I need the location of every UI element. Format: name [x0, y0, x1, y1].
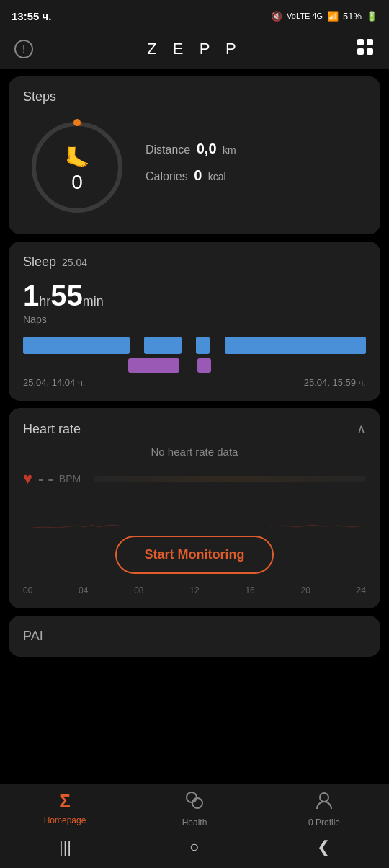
sleep-date: 25.04	[62, 257, 87, 268]
svg-rect-2	[357, 48, 364, 55]
distance-row: Distance 0,0 km	[146, 141, 366, 157]
svg-point-8	[320, 793, 328, 802]
battery-label: 51%	[343, 11, 362, 22]
sleep-min-unit: min	[83, 294, 104, 309]
time-label-24: 24	[357, 585, 366, 595]
profile-icon	[314, 790, 334, 815]
collapse-icon[interactable]: ∧	[357, 421, 366, 437]
sleep-hours: 1	[23, 280, 39, 311]
status-bar: 13:55 ч. 🔇 VoLTE 4G 📶 51% 🔋	[0, 0, 389, 29]
back-button[interactable]: ❮	[317, 838, 330, 856]
distance-value: 0,0	[197, 141, 217, 156]
system-nav: ||| ○ ❮	[0, 831, 389, 868]
steps-center: 🦶 0	[65, 146, 90, 194]
steps-title: Steps	[23, 89, 366, 105]
pai-title: PAI	[23, 629, 43, 643]
homepage-label: Homepage	[44, 815, 86, 825]
svg-rect-1	[367, 39, 373, 45]
status-icons: 🔇 VoLTE 4G 📶 51% 🔋	[271, 11, 377, 22]
svg-rect-0	[357, 39, 364, 45]
heart-no-data: No heart rate data	[23, 446, 366, 458]
alert-button[interactable]: !	[14, 40, 33, 58]
start-monitoring-button[interactable]: Start Monitoring	[115, 536, 274, 574]
heart-title: Heart rate	[23, 422, 81, 437]
profile-label: 0 Profile	[308, 818, 340, 828]
svg-point-7	[192, 798, 202, 808]
steps-info: Distance 0,0 km Calories 0 kcal	[146, 141, 366, 194]
steps-dot	[73, 119, 81, 126]
steps-circle: 🦶 0	[23, 113, 131, 221]
svg-point-6	[187, 792, 197, 802]
time-label-12: 12	[189, 585, 199, 595]
sleep-minutes: 55	[50, 280, 83, 311]
sleep-title: Sleep	[23, 254, 56, 270]
footsteps-icon: 🦶	[65, 146, 90, 169]
time-label-00: 00	[23, 585, 32, 595]
sleep-hr-unit: hr	[39, 294, 50, 309]
nav-profile[interactable]: 0 Profile	[295, 790, 353, 828]
svg-rect-3	[367, 48, 373, 55]
heart-icon: ♥	[23, 469, 32, 488]
calories-label: Calories	[146, 170, 188, 182]
home-button[interactable]: ○	[189, 838, 199, 856]
time-label-04: 04	[79, 585, 88, 595]
homepage-icon: Σ	[59, 790, 71, 812]
status-time: 13:55 ч.	[12, 10, 51, 22]
battery-icon: 🔋	[366, 11, 377, 22]
heart-header: Heart rate ∧	[23, 421, 366, 437]
time-label-16: 16	[245, 585, 254, 595]
heart-rate-card[interactable]: Heart rate ∧ No heart rate data ♥ - - BP…	[9, 408, 380, 608]
bottom-nav: Σ Homepage Health 0 Profile ||| ○	[0, 784, 389, 868]
recent-apps-button[interactable]: |||	[59, 838, 71, 856]
sleep-chart	[23, 337, 366, 373]
sleep-start-time: 25.04, 14:04 ч.	[23, 377, 85, 388]
calories-row: Calories 0 kcal	[146, 167, 366, 184]
nav-health[interactable]: Health	[166, 790, 223, 828]
heart-bpm-unit: BPM	[59, 473, 81, 484]
network-label: VoLTE 4G	[287, 12, 323, 20]
heart-time-labels: 00 04 08 12 16 20 24	[23, 585, 366, 595]
signal-icon: 📶	[327, 11, 339, 22]
heart-bpm-value: - -	[38, 469, 53, 488]
sleep-end-time: 25.04, 15:59 ч.	[304, 377, 366, 388]
grid-button[interactable]	[356, 37, 375, 61]
steps-card[interactable]: Steps 🦶 0 Distance 0,0 km Calories	[9, 76, 380, 234]
health-label: Health	[182, 818, 207, 828]
mute-icon: 🔇	[271, 11, 282, 22]
sleep-type: Naps	[23, 314, 366, 325]
heart-bpm-row: ♥ - - BPM	[23, 469, 366, 488]
calories-value: 0	[194, 167, 202, 183]
sleep-duration: 1hr55min	[23, 280, 366, 312]
time-label-08: 08	[134, 585, 143, 595]
distance-unit: km	[223, 144, 236, 156]
app-header: ! Z E P P	[0, 29, 389, 69]
distance-label: Distance	[146, 143, 190, 156]
app-logo: Z E P P	[147, 40, 241, 58]
sleep-card[interactable]: Sleep 25.04 1hr55min Naps	[9, 242, 380, 401]
pai-card[interactable]: PAI	[9, 616, 380, 657]
sleep-times: 25.04, 14:04 ч. 25.04, 15:59 ч.	[23, 377, 366, 388]
heart-chart	[23, 500, 366, 536]
steps-count: 0	[71, 171, 83, 194]
nav-homepage[interactable]: Σ Homepage	[36, 790, 94, 828]
time-label-20: 20	[300, 585, 310, 595]
alert-icon: !	[22, 43, 25, 55]
calories-unit: kcal	[208, 171, 226, 182]
health-icon	[184, 790, 205, 815]
